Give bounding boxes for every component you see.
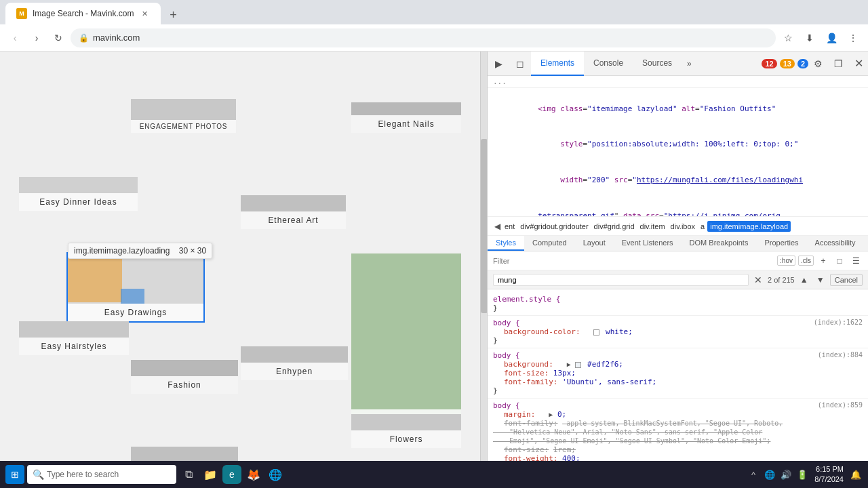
element-tooltip: img.itemimage.lazyloading 30 × 30 xyxy=(68,243,212,259)
css-prop-line: background-color: white; xyxy=(493,327,863,336)
back-btn[interactable]: ‹ xyxy=(5,28,24,47)
chevron-icon[interactable]: ^ xyxy=(747,468,760,481)
devtools-panel: ▶ ◻ Elements Console Sources » 12 13 2 ⚙… xyxy=(487,52,868,488)
devtools-device-btn[interactable]: ◻ xyxy=(511,54,530,73)
tab-event-listeners[interactable]: Event Listeners xyxy=(614,236,682,251)
card-flowers[interactable]: Flowers xyxy=(351,414,461,448)
tab-accessibility[interactable]: Accessibility xyxy=(807,236,864,251)
breadcrumb-item[interactable]: div.item xyxy=(637,221,668,232)
card-engagement-photos[interactable]: ENGAGEMENT PHOTOS xyxy=(131,99,236,133)
inspect-styles-btn[interactable]: □ xyxy=(833,254,846,268)
breadcrumb-img[interactable]: img.itemimage.lazyload xyxy=(707,221,791,232)
css-rule-body-1622: body { (index):1622 background-color: wh… xyxy=(488,316,868,348)
profile-btn[interactable]: 👤 xyxy=(822,28,841,47)
card-european-summer[interactable]: European Summer Outfits xyxy=(351,253,461,436)
website-scrollbar[interactable] xyxy=(480,52,487,488)
address-bar[interactable]: 🔒 mavink.com xyxy=(71,28,776,47)
dom-line: <img class="itemimage lazyload" alt="Fas… xyxy=(493,91,863,127)
add-style-btn[interactable]: + xyxy=(816,254,830,268)
active-tab[interactable]: M Image Search - Mavink.com ✕ xyxy=(5,3,161,24)
devtools-settings-btn[interactable]: ⚙ xyxy=(808,54,827,73)
network-icon[interactable]: 🌐 xyxy=(763,468,776,481)
card-label: Easy Dinner Ideas xyxy=(19,193,138,211)
search-prev-btn[interactable]: ▲ xyxy=(797,273,811,287)
tab-styles[interactable]: Styles xyxy=(488,236,524,251)
devtools-close-btn[interactable]: ✕ xyxy=(849,54,868,73)
devtools-tab-console[interactable]: Console xyxy=(584,52,633,76)
dom-panel[interactable]: <img class="itemimage lazyload" alt="Fas… xyxy=(488,88,868,217)
new-tab-btn[interactable]: + xyxy=(163,5,182,24)
search-next-btn[interactable]: ▼ xyxy=(814,273,827,287)
devtools-more-btn[interactable]: » xyxy=(682,52,697,76)
tab-properties[interactable]: Properties xyxy=(756,236,806,251)
background-arrow[interactable]: ▶ xyxy=(567,361,571,368)
bookmark-btn[interactable]: ☆ xyxy=(778,28,797,47)
breadcrumb-ent[interactable]: ent xyxy=(502,221,517,232)
devtools-search-input[interactable] xyxy=(493,274,749,286)
card-enhypen[interactable]: Enhypen xyxy=(241,346,348,380)
breadcrumb-ibox[interactable]: div.ibox xyxy=(668,221,698,232)
css-selector-line: body { (index):1622 xyxy=(493,319,863,327)
margin-arrow[interactable]: ▶ xyxy=(549,411,553,418)
pseudostate-btn[interactable]: :hov xyxy=(777,256,795,266)
css-prop-line-margin: margin: ▶ 0; xyxy=(493,410,863,419)
system-clock[interactable]: 6:15 PM 8/7/2024 xyxy=(814,464,844,485)
tab-dom-breakpoints[interactable]: DOM Breakpoints xyxy=(682,236,757,251)
refresh-btn[interactable]: ↻ xyxy=(49,28,68,47)
toggle-sidebar-btn[interactable]: ☰ xyxy=(849,254,863,268)
taskbar-search-text: Type here to search xyxy=(47,470,119,479)
notification-icon[interactable]: 🔔 xyxy=(849,468,863,481)
browser-window: M Image Search - Mavink.com ✕ + ‹ › ↻ 🔒 … xyxy=(0,0,868,488)
filter-input[interactable] xyxy=(493,257,774,265)
devtools-undock-btn[interactable]: ❐ xyxy=(829,54,848,73)
forward-btn[interactable]: › xyxy=(27,28,46,47)
dom-link-3[interactable]: https://i.pinimg.com/orig xyxy=(668,211,781,217)
devtools-tab-elements[interactable]: Elements xyxy=(531,52,584,76)
css-rules-panel[interactable]: element.style { } body { (index):1622 ba… xyxy=(488,289,868,488)
taskbar-search-box[interactable]: 🔍 Type here to search xyxy=(27,465,176,484)
dom-link[interactable]: https://mungfali.com/files/loadingwhi xyxy=(637,176,803,184)
color-swatch[interactable] xyxy=(593,329,599,336)
file-explorer-btn[interactable]: 📁 xyxy=(201,465,220,484)
tab-layout[interactable]: Layout xyxy=(575,236,614,251)
color-swatch-2[interactable] xyxy=(575,362,581,368)
tab-computed[interactable]: Computed xyxy=(524,236,575,251)
card-label: Elegant Nails xyxy=(351,115,461,133)
start-btn[interactable]: ⊞ xyxy=(5,465,24,484)
card-easy-dinner[interactable]: Easy Dinner Ideas xyxy=(19,177,138,211)
firefox-btn[interactable]: 🦊 xyxy=(244,465,263,484)
dom-link-2[interactable]: tetransparent.gif xyxy=(538,211,614,217)
breadcrumb-grid[interactable]: div#grid.grid xyxy=(591,221,637,232)
scrollbar-thumb[interactable] xyxy=(481,139,487,314)
css-close-line: } xyxy=(493,304,863,312)
nav-actions: ☆ ⬇ 👤 ⋮ xyxy=(778,28,863,47)
devtools-tab-sources[interactable]: Sources xyxy=(633,52,682,76)
blue-highlight xyxy=(121,289,144,304)
cls-btn[interactable]: .cls xyxy=(798,256,814,266)
website-content: ENGAGEMENT PHOTOS Elegant Nails Easy Din… xyxy=(0,52,487,488)
card-elegant-nails[interactable]: Elegant Nails xyxy=(351,102,461,133)
tab-close-btn[interactable]: ✕ xyxy=(139,8,150,19)
search-clear-btn[interactable]: ✕ xyxy=(751,273,765,287)
volume-icon[interactable]: 🔊 xyxy=(779,468,793,481)
edge-btn[interactable]: e xyxy=(222,465,241,484)
css-rule-element-style: element.style { } xyxy=(488,292,868,316)
card-easy-hairstyles[interactable]: Easy Hairstyles xyxy=(19,321,129,355)
nav-bar: ‹ › ↻ 🔒 mavink.com ☆ ⬇ 👤 ⋮ xyxy=(0,24,868,52)
tooltip-selector: img.itemimage.lazyloading xyxy=(74,246,170,256)
styles-tabs: Styles Computed Layout Event Listeners D… xyxy=(488,236,868,251)
tab-favicon: M xyxy=(16,8,27,19)
card-ethereal-art[interactable]: Ethereal Art xyxy=(241,195,346,229)
cancel-search-btn[interactable]: Cancel xyxy=(830,274,863,286)
devtools-inspector-btn[interactable]: ▶ xyxy=(489,54,508,73)
taskview-btn[interactable]: ⧉ xyxy=(179,465,198,484)
card-easy-drawings-highlighted[interactable]: Easy Drawings xyxy=(68,253,203,321)
download-btn[interactable]: ⬇ xyxy=(800,28,819,47)
breadcrumb-back[interactable]: ◀ xyxy=(494,222,500,231)
breadcrumb-a[interactable]: a xyxy=(698,221,707,232)
chrome-btn[interactable]: 🌐 xyxy=(266,465,285,484)
card-fashion[interactable]: Fashion xyxy=(131,360,238,394)
breadcrumb-gridout[interactable]: div#gridout.gridouter xyxy=(517,221,591,232)
battery-icon[interactable]: 🔋 xyxy=(795,468,809,481)
menu-btn[interactable]: ⋮ xyxy=(844,28,863,47)
